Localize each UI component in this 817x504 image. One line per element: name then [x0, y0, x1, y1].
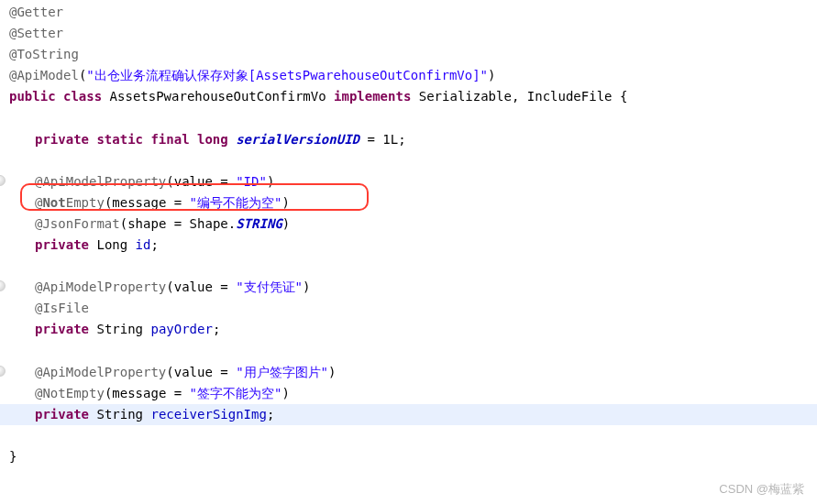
blank-line	[0, 256, 817, 277]
paren-attr: (message =	[105, 386, 190, 400]
keyword-private: private	[35, 237, 89, 252]
paren-attr: (shape = Shape.	[120, 216, 236, 231]
annotation-apimodelproperty: ApiModelProperty	[42, 365, 166, 379]
code-line: }	[0, 446, 817, 467]
code-line-selected: private String receiverSignImg;	[0, 404, 817, 425]
string-literal: "ID"	[236, 174, 267, 189]
annotation-jsonformat: JsonFormat	[42, 216, 119, 231]
code-line: @ApiModel("出仓业务流程确认保存对象[AssetsPwarehouse…	[0, 65, 817, 86]
class-name: AssetsPwarehouseOutConfirmVo	[110, 89, 334, 104]
type-long: Long	[96, 237, 135, 252]
annotation-tostring: ToString	[17, 47, 78, 61]
blank-line	[0, 107, 817, 128]
annotation-apimodelproperty: ApiModelProperty	[42, 174, 166, 189]
paren-attr: (message =	[105, 195, 190, 210]
type-string: String	[96, 322, 150, 336]
code-line: @NotEmpty(message = "签字不能为空")	[0, 383, 817, 404]
rparen: )	[282, 195, 289, 210]
code-line: @JsonFormat(shape = Shape.STRING)	[0, 214, 817, 235]
watermark-text: CSDN @梅蓝紫	[719, 479, 804, 499]
string-literal: "出仓业务流程确认保存对象[AssetsPwarehouseOutConfirm…	[86, 68, 488, 82]
code-line: @Setter	[0, 23, 817, 44]
string-literal: "编号不能为空"	[190, 195, 282, 210]
annotation-not: Not	[42, 195, 65, 210]
field-payorder: payOrder	[150, 322, 212, 336]
annotation-empty: Empty	[66, 195, 105, 210]
field-serialversionuid: serialVersionUID	[236, 132, 359, 147]
rparen: )	[267, 174, 274, 189]
blank-line	[0, 150, 817, 171]
annotation-getter: Getter	[17, 5, 63, 19]
rparen: )	[328, 365, 336, 379]
semicolon: ;	[150, 237, 158, 252]
paren-attr: (value =	[166, 365, 236, 379]
code-block: @Getter @Setter @ToString @ApiModel("出仓业…	[0, 2, 817, 467]
gutter-marker-icon	[0, 366, 6, 377]
code-line: @ApiModelProperty(value = "用户签字图片")	[0, 362, 817, 383]
code-line: @IsFile	[0, 298, 817, 319]
gutter-marker-icon	[0, 175, 6, 186]
blank-line	[0, 425, 817, 446]
code-line: private Long id;	[0, 235, 817, 256]
rparen: )	[282, 216, 290, 231]
annotation-apimodel: ApiModel	[17, 68, 78, 82]
annotation-isfile: IsFile	[42, 301, 89, 315]
annotation-setter: Setter	[17, 26, 63, 40]
implements-list: Serializable, IncludeFile {	[419, 89, 628, 104]
paren-attr: (value =	[166, 279, 236, 294]
code-line: private static final long serialVersionU…	[0, 129, 817, 150]
rparen: )	[282, 386, 289, 400]
string-literal: "签字不能为空"	[190, 386, 282, 400]
field-id: id	[136, 237, 151, 252]
field-init: = 1L;	[359, 132, 406, 147]
semicolon: ;	[213, 322, 220, 336]
code-line: private String payOrder;	[0, 319, 817, 340]
code-line: public class AssetsPwarehouseOutConfirmV…	[0, 86, 817, 107]
type-string: String	[96, 407, 150, 422]
gutter-marker-icon	[0, 280, 6, 291]
keyword-implements: implements	[334, 89, 411, 104]
keyword-public-class: public class	[9, 89, 102, 104]
code-line-highlighted: @NotEmpty(message = "编号不能为空")	[0, 192, 817, 214]
code-line: @ApiModelProperty(value = "ID")	[0, 171, 817, 192]
enum-string: STRING	[236, 216, 282, 231]
keyword-private: private	[35, 407, 89, 422]
string-literal: "用户签字图片"	[236, 365, 328, 379]
rparen: )	[303, 279, 310, 294]
annotation-notempty: NotEmpty	[42, 386, 104, 400]
string-literal: "支付凭证"	[236, 279, 303, 294]
blank-line	[0, 341, 817, 362]
keyword-field-mods: private static final long	[35, 132, 228, 147]
annotation-apimodelproperty: ApiModelProperty	[42, 279, 166, 294]
code-line: @ApiModelProperty(value = "支付凭证")	[0, 277, 817, 298]
rparen: )	[488, 68, 495, 82]
code-line: @Getter	[0, 2, 817, 23]
keyword-private: private	[35, 322, 89, 336]
closing-brace: }	[9, 449, 17, 464]
paren-attr: (value =	[166, 174, 236, 189]
semicolon: ;	[267, 407, 274, 422]
field-receiversignimg: receiverSignImg	[150, 407, 266, 422]
code-line: @ToString	[0, 44, 817, 65]
